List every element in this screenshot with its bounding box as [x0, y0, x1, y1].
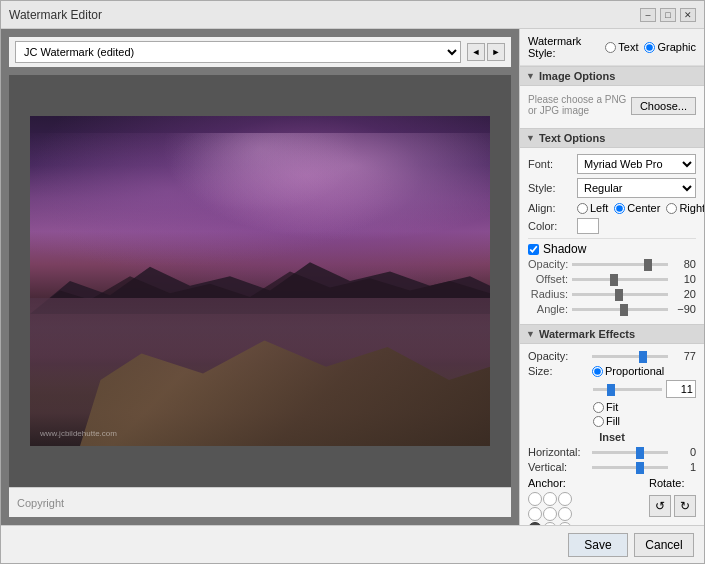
offset-slider-label: Offset: [528, 273, 568, 285]
shadow-checkbox[interactable] [528, 244, 539, 255]
radius-slider-row: Radius: 20 [528, 288, 696, 300]
text-options-arrow: ▼ [526, 133, 535, 143]
nav-buttons: ◄ ► [467, 43, 505, 61]
align-right-radio[interactable] [666, 203, 677, 214]
font-row: Font: Myriad Web Pro [528, 154, 696, 174]
opacity-slider-container[interactable] [572, 258, 668, 270]
fit-label[interactable]: Fit [593, 401, 618, 413]
style-graphic-label: Graphic [657, 41, 696, 53]
rotate-buttons: ↺ ↻ [649, 495, 696, 517]
maximize-button[interactable]: □ [660, 8, 676, 22]
image-preview-area: www.jcbildehutte.com [9, 75, 511, 487]
vertical-label: Vertical: [528, 461, 588, 473]
align-center-radio[interactable] [614, 203, 625, 214]
anchor-label: Anchor: [528, 477, 572, 489]
style-text-radio[interactable] [605, 42, 616, 53]
fill-radio[interactable] [593, 416, 604, 427]
opacity-slider-label: Opacity: [528, 258, 568, 270]
horizontal-slider[interactable] [592, 446, 668, 458]
text-options-header: ▼ Text Options [520, 128, 704, 148]
offset-slider-row: Offset: 10 [528, 273, 696, 285]
proportional-radio[interactable] [592, 366, 603, 377]
fit-row: Fit [528, 401, 696, 413]
color-swatch[interactable] [577, 218, 599, 234]
size-label: Size: [528, 365, 588, 377]
rotate-section: Rotate: ↺ ↻ [649, 477, 696, 517]
fill-row: Fill [528, 415, 696, 427]
anchor-tr[interactable] [558, 492, 572, 506]
window-controls: – □ ✕ [640, 8, 696, 22]
preset-select[interactable]: JC Watermark (edited) [15, 41, 461, 63]
horizontal-row: Horizontal: 0 [528, 446, 696, 458]
angle-slider-container[interactable] [572, 303, 668, 315]
shadow-label: Shadow [543, 242, 586, 256]
close-button[interactable]: ✕ [680, 8, 696, 22]
proportional-label[interactable]: Proportional [592, 365, 664, 377]
font-select[interactable]: Myriad Web Pro [577, 154, 696, 174]
anchor-section: Anchor: [528, 477, 572, 525]
watermark-style-label: Watermark Style: [528, 35, 599, 59]
style-label: Style: [528, 182, 573, 194]
anchor-ml[interactable] [528, 507, 542, 521]
style-text-label: Text [618, 41, 638, 53]
rotate-ccw-button[interactable]: ↺ [649, 495, 671, 517]
minimize-button[interactable]: – [640, 8, 656, 22]
preview-image: www.jcbildehutte.com [30, 116, 490, 446]
title-bar: Watermark Editor – □ ✕ [1, 1, 704, 29]
image-hint: Please choose a PNG or JPG image [528, 92, 627, 120]
anchor-tc[interactable] [543, 492, 557, 506]
rotate-cw-button[interactable]: ↻ [674, 495, 696, 517]
vertical-slider[interactable] [592, 461, 668, 473]
style-row: Style: Regular [528, 178, 696, 198]
text-options-body: Font: Myriad Web Pro Style: Regular Alig… [520, 148, 704, 324]
window-title: Watermark Editor [9, 8, 102, 22]
style-graphic-radio[interactable] [644, 42, 655, 53]
effects-title: Watermark Effects [539, 328, 635, 340]
angle-slider-label: Angle: [528, 303, 568, 315]
image-options-body: Please choose a PNG or JPG image Choose.… [520, 86, 704, 128]
watermark-editor-window: Watermark Editor – □ ✕ JC Watermark (edi… [0, 0, 705, 564]
style-text-radio-label[interactable]: Text [605, 41, 638, 53]
angle-slider-row: Angle: −90 [528, 303, 696, 315]
effect-opacity-slider[interactable] [592, 350, 668, 362]
proportional-slider[interactable] [593, 383, 662, 395]
radius-slider-value: 20 [672, 288, 696, 300]
proportional-value-input[interactable] [666, 380, 696, 398]
save-button[interactable]: Save [568, 533, 628, 557]
style-graphic-radio-label[interactable]: Graphic [644, 41, 696, 53]
align-row: Align: Left Center Right [528, 202, 696, 214]
opacity-slider-row: Opacity: 80 [528, 258, 696, 270]
align-right-label[interactable]: Right [666, 202, 704, 214]
size-proportional-row: Size: Proportional [528, 365, 696, 377]
style-select[interactable]: Regular [577, 178, 696, 198]
anchor-grid [528, 492, 572, 525]
copyright-text: Copyright [17, 497, 64, 509]
fit-radio[interactable] [593, 402, 604, 413]
font-label: Font: [528, 158, 573, 170]
vertical-row: Vertical: 1 [528, 461, 696, 473]
align-left-radio[interactable] [577, 203, 588, 214]
copyright-bar: Copyright [9, 487, 511, 517]
rotate-label: Rotate: [649, 477, 696, 489]
image-options-title: Image Options [539, 70, 615, 82]
effects-body: Opacity: 77 Size: Proportional [520, 344, 704, 525]
horizontal-label: Horizontal: [528, 446, 588, 458]
anchor-mr[interactable] [558, 507, 572, 521]
next-button[interactable]: ► [487, 43, 505, 61]
effects-header: ▼ Watermark Effects [520, 324, 704, 344]
align-center-label[interactable]: Center [614, 202, 660, 214]
align-left-label[interactable]: Left [577, 202, 608, 214]
choose-button[interactable]: Choose... [631, 97, 696, 115]
bottom-bar: Save Cancel [1, 525, 704, 563]
anchor-rotate-row: Anchor: [528, 477, 696, 525]
radius-slider-container[interactable] [572, 288, 668, 300]
prev-button[interactable]: ◄ [467, 43, 485, 61]
horizontal-value: 0 [672, 446, 696, 458]
anchor-tl[interactable] [528, 492, 542, 506]
anchor-mc[interactable] [543, 507, 557, 521]
fill-label[interactable]: Fill [593, 415, 620, 427]
offset-slider-container[interactable] [572, 273, 668, 285]
right-panel: Watermark Style: Text Graphic ▼ Image Op… [519, 29, 704, 525]
text-options-title: Text Options [539, 132, 605, 144]
cancel-button[interactable]: Cancel [634, 533, 694, 557]
